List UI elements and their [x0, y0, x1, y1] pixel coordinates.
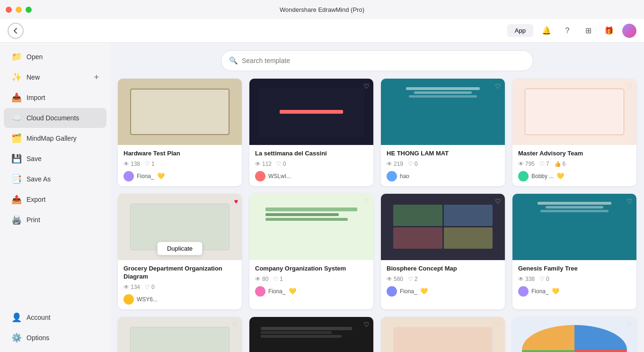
sidebar-item-print[interactable]: 🖨️Print: [4, 210, 106, 230]
sidebar-item-label: Import: [26, 94, 45, 101]
author-avatar: [124, 171, 134, 181]
account-icon: 👤: [11, 312, 22, 323]
card-2[interactable]: ♡ La settimana del Cassini 👁112 ♡0 WSLwI…: [249, 79, 373, 186]
sidebar-item-gallery[interactable]: 🗂️MindMap Gallery: [4, 128, 106, 148]
sidebar-item-save[interactable]: 💾Save: [4, 149, 106, 169]
card-title: Company Organization System: [255, 265, 368, 273]
minimize-button[interactable]: [16, 7, 22, 13]
card-title: Grocery Department Organization Diagram: [124, 265, 236, 281]
card-1[interactable]: ♡ Hardware Test Plan 👁138 ♡1 Fiona_ 💛: [118, 79, 242, 186]
sidebar-item-account[interactable]: 👤Account: [4, 307, 106, 327]
sidebar-item-options[interactable]: ⚙️Options: [4, 328, 106, 348]
main-content: 🔍 ♡ Hardware Test Plan 👁138 ♡1 Fiona_ 💛: [110, 43, 644, 352]
card-stats: 👁580 ♡2: [387, 276, 499, 282]
card-11[interactable]: ♡ Introduction to Excel 👁17 ♡0: [381, 317, 505, 352]
thumb-visual: [249, 317, 373, 352]
grid-icon[interactable]: ⊞: [581, 23, 596, 38]
back-button[interactable]: [8, 23, 24, 39]
import-icon: 📥: [11, 92, 22, 103]
gift-icon[interactable]: 🎁: [601, 23, 617, 38]
card-title: La settimana del Cassini: [255, 150, 368, 158]
window-controls: [6, 7, 32, 13]
sidebar-item-save-as[interactable]: 📑Save As: [4, 169, 106, 189]
card-stats: 👁219 ♡0: [387, 161, 499, 167]
author-avatar: [518, 171, 529, 181]
view-count: 👁112: [255, 161, 272, 167]
author-name: Fiona_: [137, 173, 154, 180]
card-body: HE THONG LAM MAT 👁219 ♡0 hao: [381, 145, 505, 186]
author-name: WSY6...: [137, 296, 158, 303]
notification-icon[interactable]: 🔔: [539, 23, 554, 38]
thumb-visual: [381, 194, 505, 260]
gold-badge: 💛: [420, 288, 428, 295]
sidebar-item-new[interactable]: ✨New+: [4, 67, 106, 87]
sidebar-item-open[interactable]: 📁Open: [4, 47, 106, 67]
close-button[interactable]: [6, 7, 12, 13]
heart-icon[interactable]: ♡: [495, 198, 501, 205]
heart-icon[interactable]: ♡: [626, 321, 633, 328]
main-layout: 📁Open✨New+📥Import☁️Cloud Documents🗂️Mind…: [0, 43, 644, 352]
like-count: ♡1: [273, 276, 283, 282]
like-count: ♡0: [408, 161, 418, 167]
card-thumbnail: ♡: [118, 79, 242, 145]
thumb-visual: [512, 317, 636, 352]
like-count: ♡0: [276, 161, 286, 167]
heart-icon[interactable]: ♡: [363, 321, 370, 328]
thumb-visual: [381, 317, 505, 352]
sidebar-item-cloud[interactable]: ☁️Cloud Documents: [4, 108, 106, 128]
card-5[interactable]: ♥ Duplicate Grocery Department Organizat…: [118, 194, 242, 309]
sidebar-item-label: Print: [26, 216, 40, 224]
heart-icon[interactable]: ♡: [495, 321, 501, 328]
card-4[interactable]: ♡ Master Advisory Team 👁795 ♡7 👍6 Bobby …: [512, 79, 636, 186]
card-10[interactable]: ♡ Reduce time of devices grading process…: [249, 317, 373, 352]
user-avatar[interactable]: [622, 24, 636, 38]
view-count: 👁338: [518, 276, 535, 282]
sidebar-item-label: Save: [26, 155, 42, 162]
card-9[interactable]: ♡ Function of organization 👁222 ♡4 Koem …: [118, 317, 242, 352]
gallery-icon: 🗂️: [11, 133, 22, 144]
sidebar-item-label: New: [26, 73, 40, 81]
author-avatar: [255, 171, 265, 181]
author-avatar: [387, 286, 397, 297]
heart-icon[interactable]: ♡: [232, 321, 238, 328]
heart-icon[interactable]: ♡: [626, 82, 633, 90]
app-button[interactable]: App: [507, 24, 533, 37]
heart-icon[interactable]: ♡: [495, 82, 501, 90]
search-input[interactable]: [242, 57, 525, 64]
maximize-button[interactable]: [26, 7, 32, 13]
view-count: 👁80: [255, 276, 268, 282]
card-12[interactable]: ♡ Unnamed 👁249 ♡1 Inzhu-...: [512, 317, 636, 352]
card-3[interactable]: ♡ HE THONG LAM MAT 👁219 ♡0 hao: [381, 79, 505, 186]
export-icon: 📤: [11, 194, 22, 205]
card-7[interactable]: ♡ Biosphere Concept Map 👁580 ♡2 Fiona_ 💛: [381, 194, 505, 309]
heart-icon[interactable]: ♥: [234, 198, 238, 205]
sidebar-item-export[interactable]: 📤Export: [4, 190, 106, 209]
duplicate-button[interactable]: Duplicate: [157, 242, 203, 255]
gold-badge: 💛: [289, 288, 296, 295]
thumb-visual: [381, 79, 505, 145]
heart-icon[interactable]: ♡: [363, 82, 370, 90]
view-count: 👁134: [124, 284, 140, 290]
card-author: Bobby ... 💛: [518, 171, 631, 181]
card-thumbnail: ♡: [381, 79, 505, 145]
card-body: Company Organization System 👁80 ♡1 Fiona…: [249, 260, 373, 301]
heart-icon[interactable]: ♡: [363, 198, 370, 205]
heart-icon[interactable]: ♡: [232, 82, 238, 90]
view-count: 👁795: [518, 161, 535, 167]
gallery-grid: ♡ Hardware Test Plan 👁138 ♡1 Fiona_ 💛 ♡ …: [118, 79, 636, 352]
card-thumbnail: ♡: [512, 79, 636, 145]
card-6[interactable]: ♡ Company Organization System 👁80 ♡1 Fio…: [249, 194, 373, 309]
heart-icon[interactable]: ♡: [626, 198, 633, 205]
card-thumbnail: ♡: [381, 317, 505, 352]
thumb-visual: [249, 194, 373, 260]
sidebar-item-import[interactable]: 📥Import: [4, 88, 106, 108]
card-author: Fiona_ 💛: [518, 286, 631, 297]
card-thumbnail: ♡: [512, 194, 636, 260]
thumb-visual: [512, 79, 636, 145]
card-title: Master Advisory Team: [518, 150, 631, 158]
sidebar: 📁Open✨New+📥Import☁️Cloud Documents🗂️Mind…: [0, 43, 110, 352]
like-count: ♡0: [145, 284, 155, 290]
help-icon[interactable]: ?: [560, 23, 575, 38]
card-thumbnail: ♥ Duplicate: [118, 194, 242, 260]
card-8[interactable]: ♡ Genesis Family Tree 👁338 ♡0 Fiona_ 💛: [512, 194, 636, 309]
